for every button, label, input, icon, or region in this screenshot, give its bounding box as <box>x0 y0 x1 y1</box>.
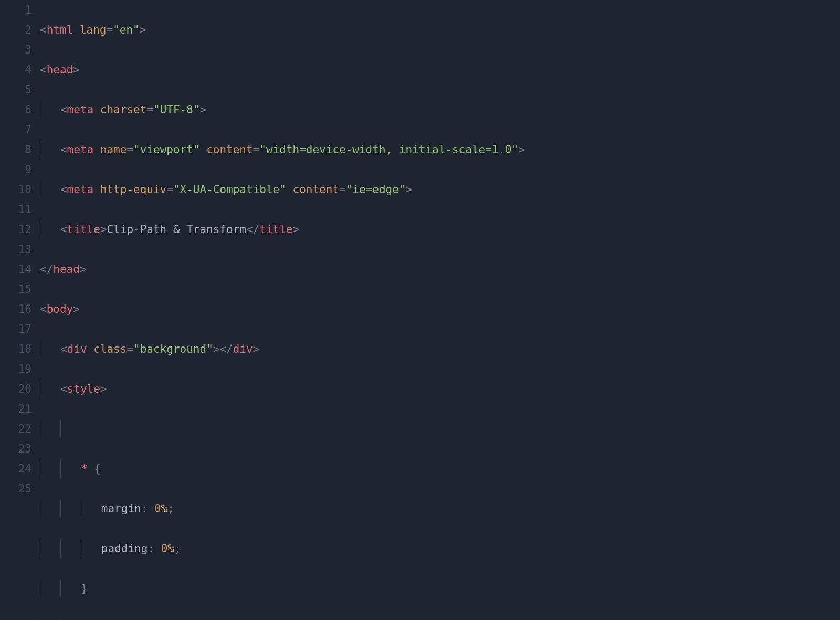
line-number: 10 <box>0 180 32 199</box>
indent-guide-icon <box>60 420 61 438</box>
line-number: 7 <box>0 120 32 140</box>
indent-guide-icon <box>40 181 40 198</box>
line-number: 12 <box>0 219 32 239</box>
line-number: 22 <box>0 419 32 439</box>
indent-guide-icon <box>40 460 40 478</box>
code-line[interactable] <box>40 419 840 439</box>
line-number-gutter: 1 2 3 4 5 6 7 8 9 10 11 12 13 14 15 16 1… <box>0 0 37 620</box>
indent-guide-icon <box>60 580 61 597</box>
code-line[interactable]: margin: 0%; <box>40 499 840 519</box>
line-number: 17 <box>0 319 32 339</box>
line-number: 1 <box>0 0 32 20</box>
line-number: 11 <box>0 199 32 219</box>
code-line[interactable]: <head> <box>40 60 840 80</box>
line-number: 24 <box>0 459 32 479</box>
code-line[interactable]: <style> <box>40 379 840 399</box>
indent-guide-icon <box>60 460 61 478</box>
code-line[interactable]: } <box>40 579 840 598</box>
line-number: 18 <box>0 339 32 359</box>
code-line[interactable]: padding: 0%; <box>40 539 840 559</box>
indent-guide-icon <box>40 101 40 119</box>
line-number: 13 <box>0 239 32 259</box>
code-line[interactable]: <title>Clip-Path & Transform</title> <box>40 219 840 239</box>
line-number: 3 <box>0 40 32 60</box>
indent-guide-icon <box>60 500 61 518</box>
line-number: 8 <box>0 140 32 160</box>
indent-guide-icon <box>40 380 40 398</box>
indent-guide-icon <box>60 540 61 558</box>
code-line[interactable]: <body> <box>40 299 840 319</box>
code-line[interactable]: * { <box>40 459 840 479</box>
code-editor[interactable]: 1 2 3 4 5 6 7 8 9 10 11 12 13 14 15 16 1… <box>0 0 840 620</box>
code-line[interactable]: <div class="background"></div> <box>40 339 840 359</box>
line-number: 20 <box>0 379 32 399</box>
indent-guide-icon <box>81 500 81 518</box>
code-line[interactable]: <html lang="en"> <box>40 20 840 40</box>
code-line[interactable]: </head> <box>40 259 840 279</box>
line-number: 15 <box>0 279 32 299</box>
indent-guide-icon <box>40 220 40 238</box>
line-number: 19 <box>0 359 32 379</box>
code-area[interactable]: <html lang="en"> <head> <meta charset="U… <box>37 0 840 620</box>
code-line[interactable]: <meta name="viewport" content="width=dev… <box>40 140 840 160</box>
line-number: 5 <box>0 80 32 100</box>
line-number: 23 <box>0 439 32 459</box>
line-number: 6 <box>0 100 32 120</box>
indent-guide-icon <box>40 540 40 558</box>
indent-guide-icon <box>40 340 40 358</box>
indent-guide-icon <box>40 500 40 518</box>
line-number: 4 <box>0 60 32 80</box>
code-line[interactable]: <meta charset="UTF-8"> <box>40 100 840 120</box>
line-number: 16 <box>0 299 32 319</box>
line-number: 25 <box>0 479 32 499</box>
indent-guide-icon <box>40 420 40 438</box>
indent-guide-icon <box>81 540 81 558</box>
indent-guide-icon <box>40 141 40 159</box>
line-number: 14 <box>0 259 32 279</box>
line-number: 2 <box>0 20 32 40</box>
line-number: 21 <box>0 399 32 419</box>
line-number: 9 <box>0 160 32 180</box>
indent-guide-icon <box>40 580 40 597</box>
code-line[interactable]: <meta http-equiv="X-UA-Compatible" conte… <box>40 180 840 199</box>
